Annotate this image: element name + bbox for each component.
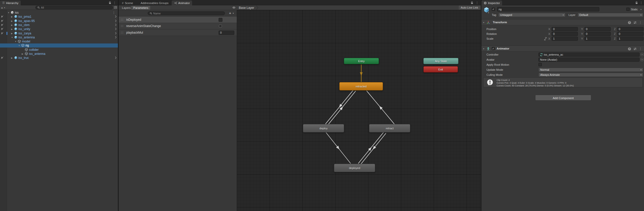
animator-menu-icon[interactable]: ⋮ <box>475 1 479 5</box>
foldout-closed-icon[interactable]: ▶ <box>22 53 23 55</box>
hierarchy-search-input[interactable]: All <box>35 6 113 9</box>
auto-live-link-button[interactable]: Auto Live Link <box>459 6 480 10</box>
foldout-open-icon[interactable]: ▼ <box>8 12 10 14</box>
drag-handle-icon[interactable] <box>121 25 123 27</box>
transform-header[interactable]: ▼ Transform ? ⋮ <box>481 19 644 25</box>
picking-toggle-icon[interactable] <box>1 24 4 26</box>
hierarchy-row-iss_cbm[interactable]: ▶iss_cbm <box>0 23 118 27</box>
foldout-icon[interactable]: ▼ <box>483 48 485 50</box>
object-picker-icon[interactable] <box>640 53 644 56</box>
hierarchy-menu-icon[interactable]: ⋮ <box>113 1 117 5</box>
transform-rotation-x-field[interactable]: 0 <box>552 32 578 36</box>
foldout-closed-icon[interactable]: ▶ <box>11 20 13 22</box>
static-dropdown-icon[interactable]: ▾ <box>640 8 641 11</box>
state-node-deployed[interactable]: deployed <box>334 164 375 172</box>
drag-handle-icon[interactable] <box>121 32 123 33</box>
parameter-search-input[interactable]: Name <box>148 11 225 15</box>
transform-scale-z-field[interactable]: 1 <box>617 37 643 41</box>
transform-scale-x-field[interactable]: 1 <box>552 37 578 41</box>
tag-dropdown[interactable]: Untagged ▾ <box>498 13 565 17</box>
object-field[interactable]: None (Avatar) <box>538 58 639 62</box>
breadcrumb[interactable]: Base Layer <box>239 6 254 10</box>
preset-icon[interactable] <box>633 21 637 24</box>
prefab-chevron-icon[interactable] <box>115 15 117 19</box>
animator-enabled-checkbox[interactable]: ✓ <box>492 47 495 50</box>
tab-hierarchy[interactable]: ☰ Hierarchy <box>0 1 21 5</box>
item-menu-icon[interactable]: ⋮ <box>112 11 115 14</box>
foldout-icon[interactable]: ▼ <box>483 21 485 24</box>
picking-toggle-icon[interactable] <box>1 19 4 22</box>
picking-toggle-icon[interactable] <box>1 15 4 18</box>
hierarchy-row-iss_unity[interactable]: ▶iss_unity <box>0 27 118 31</box>
transform-position-x-field[interactable]: 0 <box>552 27 578 31</box>
add-component-button[interactable]: Add Component <box>535 95 591 101</box>
create-object-dropdown-icon[interactable]: ▾ <box>4 7 5 9</box>
parameter-row-isDeployed[interactable]: isDeployed <box>119 17 237 23</box>
foldout-closed-icon[interactable]: ▶ <box>11 57 13 59</box>
picking-toggle-icon[interactable] <box>1 32 4 35</box>
parameters-tab[interactable]: Parameters <box>131 6 150 10</box>
foldout-closed-icon[interactable]: ▶ <box>11 16 13 18</box>
help-icon[interactable]: ? <box>628 21 631 24</box>
lock-icon[interactable] <box>470 1 474 5</box>
state-node-entry[interactable]: Entry <box>344 58 379 64</box>
hierarchy-row-iss_antenna[interactable]: ▶iss_antenna <box>0 52 118 56</box>
prefab-chevron-icon[interactable] <box>115 24 117 27</box>
hierarchy-row-model[interactable]: ▼model <box>0 39 118 43</box>
parameter-float-field[interactable]: 0 <box>219 31 234 35</box>
property-checkbox[interactable] <box>538 63 542 66</box>
state-node-retracted[interactable]: retracted <box>339 82 383 90</box>
drag-handle-icon[interactable] <box>121 19 123 20</box>
tab-inspector[interactable]: Inspector <box>481 1 502 5</box>
add-parameter-dropdown-icon[interactable]: ▾ <box>233 12 234 14</box>
hierarchy-row-rig[interactable]: ▼rig <box>0 43 118 48</box>
layers-tab[interactable]: Layers <box>120 6 133 10</box>
transform-position-y-field[interactable]: 0 <box>584 27 611 31</box>
preset-icon[interactable] <box>633 48 637 50</box>
inspector-menu-icon[interactable]: ⋮ <box>639 1 643 5</box>
tab-addressables-groups[interactable]: Addressables Groups <box>138 1 171 5</box>
transform-rotation-y-field[interactable]: 0 <box>584 32 611 36</box>
lock-icon[interactable] <box>108 1 112 5</box>
hierarchy-row-iss_zarya[interactable]: ▶iss_zarya <box>0 31 118 35</box>
tab-scene[interactable]: # Scene <box>120 1 135 5</box>
picking-toggle-icon[interactable] <box>1 28 4 30</box>
prefab-chevron-icon[interactable] <box>115 19 117 23</box>
hierarchy-row-iss_antenna[interactable]: ▼iss_antenna <box>0 35 118 39</box>
tab-animator[interactable]: Animator <box>172 1 192 5</box>
parameter-bool-checkbox[interactable] <box>219 18 222 22</box>
expand-search-icon[interactable] <box>114 6 117 9</box>
transform-scale-y-field[interactable]: 1 <box>584 37 611 41</box>
transform-position-z-field[interactable]: 0 <box>617 27 643 31</box>
state-node-exit[interactable]: Exit <box>423 66 458 73</box>
gameobject-icon-dropdown[interactable]: ▾ <box>488 12 489 14</box>
prefab-chevron-icon[interactable] <box>115 28 117 31</box>
eye-icon[interactable] <box>232 6 236 9</box>
broken-link-icon[interactable] <box>544 37 547 40</box>
component-menu-icon[interactable]: ⋮ <box>639 21 642 24</box>
object-picker-icon[interactable] <box>640 58 644 61</box>
prefab-chevron-icon[interactable] <box>115 32 117 35</box>
gameobject-active-checkbox[interactable]: ✓ <box>492 8 495 11</box>
create-object-button[interactable]: + <box>1 6 3 10</box>
picking-toggle-icon[interactable] <box>1 56 4 59</box>
hierarchy-row-collider[interactable]: collider <box>0 48 118 52</box>
parameter-row-reverseAnimStateChange[interactable]: reverseAnimStateChange <box>119 23 237 29</box>
static-checkbox[interactable] <box>626 8 630 11</box>
lock-icon[interactable] <box>635 1 639 5</box>
layer-dropdown[interactable]: Default ▾ <box>578 13 643 17</box>
foldout-open-icon[interactable]: ▼ <box>15 40 17 43</box>
prefab-chevron-icon[interactable] <box>115 56 117 60</box>
hierarchy-row-iss_pma1[interactable]: ▶iss_pma1 <box>0 15 118 19</box>
gameobject-name-field[interactable]: rig <box>497 7 599 11</box>
hierarchy-row-iss_truc[interactable]: ▶iss_truc <box>0 56 118 60</box>
hierarchy-row-iss[interactable]: ▼iss⋮ <box>0 11 118 15</box>
property-dropdown[interactable]: Normal▾ <box>538 68 643 72</box>
add-parameter-button[interactable]: + <box>229 11 231 15</box>
state-node-deploy[interactable]: deploy <box>303 124 344 132</box>
parameter-trigger-radio[interactable] <box>219 24 222 28</box>
parameter-row-playbackMul[interactable]: playbackMul0 <box>119 30 237 36</box>
help-icon[interactable]: ? <box>628 47 631 51</box>
component-menu-icon[interactable]: ⋮ <box>639 47 642 51</box>
foldout-closed-icon[interactable]: ▶ <box>11 24 13 26</box>
